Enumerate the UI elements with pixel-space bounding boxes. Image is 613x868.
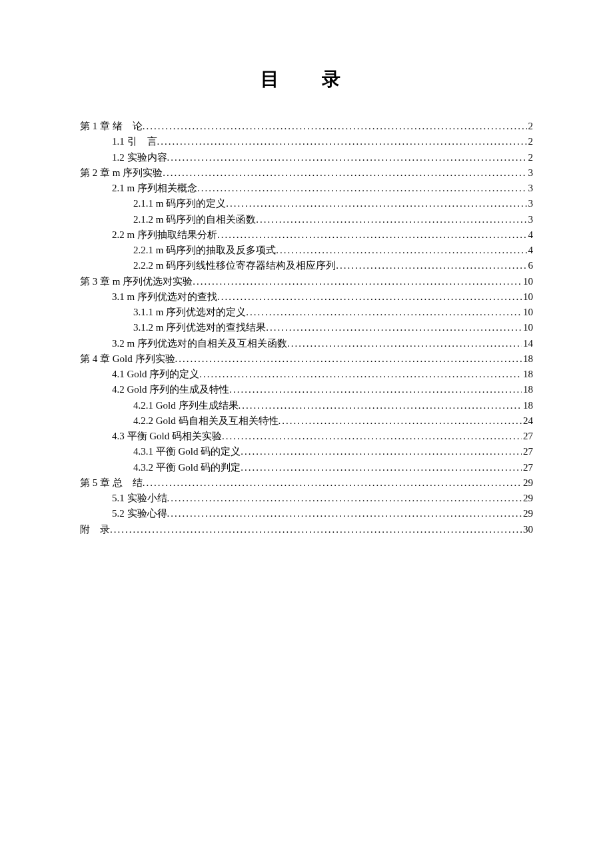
toc-entry-page: 18 (522, 398, 533, 413)
toc-entry-page: 10 (522, 274, 533, 289)
toc-entry[interactable]: 2.1.1 m 码序列的定义 3 (80, 196, 533, 211)
toc-entry-leader (175, 351, 522, 367)
toc-entry-page: 10 (522, 305, 533, 320)
toc-entry-label: 第 2 章 m 序列实验 (80, 165, 163, 181)
toc-entry-leader (226, 196, 526, 211)
toc-entry-page: 24 (522, 413, 533, 429)
toc-entry[interactable]: 第 3 章 m 序列优选对实验 10 (80, 274, 533, 289)
toc-entry-page: 4 (527, 243, 534, 258)
toc-entry-leader (167, 150, 527, 165)
toc-entry-label: 4.2 Gold 序列的生成及特性 (112, 382, 229, 397)
toc-entry[interactable]: 4.3.1 平衡 Gold 码的定义 27 (80, 444, 533, 459)
toc-entry[interactable]: 4.1 Gold 序列的定义 18 (80, 367, 533, 382)
toc-entry[interactable]: 5.1 实验小结 29 (80, 491, 533, 506)
toc-entry-page: 18 (522, 382, 533, 397)
toc-entry[interactable]: 4.2.2 Gold 码自相关及互相关特性 24 (80, 413, 533, 429)
toc-entry-label: 2.2.2 m 码序列线性移位寄存器结构及相应序列 (133, 258, 336, 273)
toc-entry-leader (143, 119, 527, 134)
toc-entry-label: 4.1 Gold 序列的定义 (112, 367, 199, 382)
toc-entry-leader (217, 227, 527, 243)
toc-entry-leader (336, 258, 526, 273)
toc-entry-label: 1.2 实验内容 (112, 150, 167, 165)
toc-entry[interactable]: 2.2.1 m 码序列的抽取及反多项式 4 (80, 243, 533, 258)
table-of-contents: 第 1 章 绪 论 21.1 引 言 21.2 实验内容 2第 2 章 m 序列… (80, 119, 533, 537)
page-title: 目 录 (80, 67, 533, 92)
toc-entry-page: 10 (522, 320, 533, 335)
toc-entry-leader (276, 243, 526, 258)
toc-entry-page: 3 (527, 212, 534, 227)
toc-entry-label: 1.1 引 言 (112, 134, 157, 149)
toc-entry-page: 10 (522, 289, 533, 305)
toc-entry-leader (241, 460, 522, 475)
toc-entry-leader (110, 522, 522, 537)
toc-entry-leader (287, 336, 522, 351)
toc-entry[interactable]: 1.2 实验内容 2 (80, 150, 533, 165)
toc-entry-label: 第 5 章 总 结 (80, 475, 143, 491)
toc-entry-leader (222, 429, 522, 444)
toc-entry-page: 14 (522, 336, 533, 351)
toc-entry-label: 第 1 章 绪 论 (80, 119, 143, 134)
toc-entry[interactable]: 2.1.2 m 码序列的自相关函数 3 (80, 212, 533, 227)
toc-entry-leader (199, 367, 522, 382)
toc-entry-label: 2.2 m 序列抽取结果分析 (112, 227, 217, 243)
toc-entry-label: 3.1.2 m 序列优选对的查找结果 (133, 320, 266, 335)
toc-entry-leader (163, 165, 526, 181)
toc-entry-label: 第 4 章 Gold 序列实验 (80, 351, 175, 367)
toc-entry-label: 3.2 m 序列优选对的自相关及互相关函数 (112, 336, 287, 351)
toc-entry[interactable]: 附 录 30 (80, 522, 533, 537)
toc-entry-leader (167, 491, 522, 506)
toc-entry[interactable]: 4.2.1 Gold 序列生成结果 18 (80, 398, 533, 413)
toc-entry-label: 3.1 m 序列优选对的查找 (112, 289, 217, 305)
toc-entry-label: 5.2 实验心得 (112, 506, 167, 521)
toc-entry[interactable]: 4.3 平衡 Gold 码相关实验 27 (80, 429, 533, 444)
toc-entry-leader (241, 444, 522, 459)
toc-entry-page: 3 (527, 165, 534, 181)
toc-entry-page: 30 (522, 522, 533, 537)
toc-entry-label: 2.1.2 m 码序列的自相关函数 (133, 212, 256, 227)
toc-entry-page: 2 (527, 150, 534, 165)
toc-entry-page: 29 (522, 475, 533, 491)
toc-entry-leader (157, 134, 527, 149)
toc-entry-label: 2.2.1 m 码序列的抽取及反多项式 (133, 243, 276, 258)
toc-entry-page: 2 (527, 119, 534, 134)
toc-entry-leader (167, 506, 522, 521)
toc-entry-label: 2.1.1 m 码序列的定义 (133, 196, 226, 211)
toc-entry-leader (197, 181, 527, 196)
toc-entry-label: 4.3.1 平衡 Gold 码的定义 (133, 444, 241, 459)
toc-entry-page: 3 (527, 181, 534, 196)
toc-entry-label: 第 3 章 m 序列优选对实验 (80, 274, 193, 289)
toc-entry-leader (256, 212, 526, 227)
toc-entry[interactable]: 3.2 m 序列优选对的自相关及互相关函数 14 (80, 336, 533, 351)
toc-entry-page: 3 (527, 196, 534, 211)
toc-entry[interactable]: 第 2 章 m 序列实验 3 (80, 165, 533, 181)
toc-entry-leader (246, 305, 522, 320)
toc-entry-label: 3.1.1 m 序列优选对的定义 (133, 305, 246, 320)
toc-entry-leader (217, 289, 522, 305)
toc-entry[interactable]: 第 4 章 Gold 序列实验 18 (80, 351, 533, 367)
toc-entry-page: 27 (522, 429, 533, 444)
toc-entry[interactable]: 4.3.2 平衡 Gold 码的判定 27 (80, 460, 533, 475)
toc-entry[interactable]: 2.2 m 序列抽取结果分析 4 (80, 227, 533, 243)
toc-entry-page: 18 (522, 367, 533, 382)
toc-entry[interactable]: 第 1 章 绪 论 2 (80, 119, 533, 134)
toc-entry-leader (279, 413, 522, 429)
toc-entry-page: 4 (527, 227, 534, 243)
toc-entry-label: 4.2.2 Gold 码自相关及互相关特性 (133, 413, 279, 429)
toc-entry[interactable]: 5.2 实验心得 29 (80, 506, 533, 521)
toc-entry-label: 4.3.2 平衡 Gold 码的判定 (133, 460, 241, 475)
toc-entry-page: 6 (527, 258, 534, 273)
toc-entry-page: 2 (527, 134, 534, 149)
toc-entry-page: 29 (522, 491, 533, 506)
toc-entry[interactable]: 3.1.1 m 序列优选对的定义 10 (80, 305, 533, 320)
toc-entry-page: 18 (522, 351, 533, 367)
toc-entry[interactable]: 3.1 m 序列优选对的查找 10 (80, 289, 533, 305)
toc-entry[interactable]: 2.2.2 m 码序列线性移位寄存器结构及相应序列 6 (80, 258, 533, 273)
toc-entry-leader (143, 475, 522, 491)
toc-entry-page: 27 (522, 444, 533, 459)
toc-entry[interactable]: 1.1 引 言 2 (80, 134, 533, 149)
toc-entry[interactable]: 第 5 章 总 结 29 (80, 475, 533, 491)
toc-entry-leader (193, 274, 522, 289)
toc-entry[interactable]: 4.2 Gold 序列的生成及特性 18 (80, 382, 533, 397)
toc-entry[interactable]: 3.1.2 m 序列优选对的查找结果 10 (80, 320, 533, 335)
toc-entry[interactable]: 2.1 m 序列相关概念 3 (80, 181, 533, 196)
